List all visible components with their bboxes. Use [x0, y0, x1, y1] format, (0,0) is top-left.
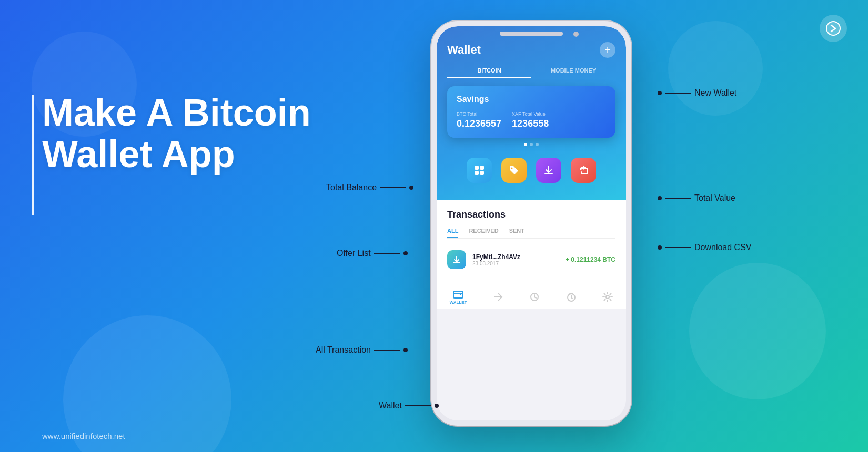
tx-tab-all[interactable]: ALL	[447, 228, 458, 238]
phone-mockup: Wallet + BITCOIN MOBILE MONEY Savings BT…	[431, 21, 631, 426]
svg-point-11	[606, 295, 609, 299]
annotation-dot-total-balance	[409, 186, 413, 190]
bg-decoration-circle-4	[668, 21, 763, 116]
annotation-dot-total-value	[658, 196, 662, 200]
annotation-label-all-transaction: All Transaction	[316, 345, 371, 355]
phone-header: Wallet +	[447, 42, 615, 58]
annotation-label-wallet-bottom: Wallet	[379, 401, 402, 410]
svg-rect-8	[453, 291, 463, 298]
tx-tab-received[interactable]: RECEIVED	[469, 228, 498, 238]
nav-history[interactable]	[529, 292, 540, 302]
nav-settings[interactable]	[602, 292, 613, 302]
main-heading: Make A Bitcoin Wallet App	[42, 92, 311, 175]
svg-rect-2	[480, 166, 484, 170]
transaction-date: 23.03.2017	[472, 261, 559, 266]
xaf-value: 1236558	[512, 118, 549, 129]
transaction-icon	[447, 250, 466, 269]
btc-balance: BTC Total 0.1236557	[457, 111, 501, 129]
annotation-dot-new-wallet	[658, 91, 662, 95]
download-button[interactable]	[536, 158, 561, 183]
tag-button[interactable]	[501, 158, 527, 183]
annotation-line-download-csv	[665, 247, 691, 248]
svg-rect-7	[453, 262, 460, 263]
annotation-download-csv: Download CSV	[658, 243, 752, 252]
svg-rect-6	[544, 173, 553, 174]
offer-list-button[interactable]	[467, 158, 492, 183]
logo	[820, 15, 847, 42]
svg-point-0	[826, 22, 840, 35]
carousel-dot-3	[536, 143, 539, 146]
wallet-tabs: BITCOIN MOBILE MONEY	[447, 64, 615, 78]
action-icons-row	[447, 152, 615, 191]
annotation-total-balance: Total Balance	[326, 183, 413, 192]
xaf-label: XAF Total Value	[512, 111, 549, 117]
btc-value: 0.1236557	[457, 118, 501, 129]
annotation-label-download-csv: Download CSV	[694, 243, 752, 252]
phone-screen: Wallet + BITCOIN MOBILE MONEY Savings BT…	[437, 26, 626, 420]
tx-tab-sent[interactable]: SENT	[509, 228, 524, 238]
nav-wallet[interactable]: WALLET	[450, 289, 467, 305]
annotation-line-new-wallet	[665, 93, 691, 94]
nav-wallet-label: WALLET	[450, 300, 467, 305]
svg-rect-4	[480, 171, 484, 175]
svg-point-5	[511, 168, 513, 169]
annotation-label-total-value: Total Value	[694, 193, 735, 203]
annotation-dot-offer-list	[403, 251, 408, 255]
transaction-row: 1FyMtI...Zh4AVz 23.03.2017 + 0.1211234 B…	[447, 246, 615, 273]
savings-balances: BTC Total 0.1236557 XAF Total Value 1236…	[457, 111, 606, 129]
carousel-dot-1	[524, 143, 527, 146]
svg-rect-3	[475, 171, 479, 175]
svg-rect-1	[475, 166, 479, 170]
annotation-line-wallet-bottom	[405, 405, 431, 406]
carousel-dots	[447, 143, 615, 146]
transaction-tabs: ALL RECEIVED SENT	[447, 228, 615, 239]
annotation-line-total-value	[665, 198, 691, 199]
annotation-line-all-transaction	[374, 350, 400, 351]
bg-decoration-circle-3	[689, 263, 826, 399]
annotation-dot-all-transaction	[403, 348, 408, 352]
annotation-label-new-wallet: New Wallet	[694, 88, 736, 98]
annotation-line-total-balance	[380, 187, 406, 188]
share-button[interactable]	[571, 158, 596, 183]
annotation-total-value: Total Value	[658, 193, 735, 203]
phone-wallet-title: Wallet	[447, 43, 481, 57]
left-accent-bar	[32, 95, 34, 215]
savings-card: Savings BTC Total 0.1236557 XAF Total Va…	[447, 86, 615, 138]
annotation-all-transaction: All Transaction	[316, 345, 408, 355]
transaction-info: 1FyMtI...Zh4AVz 23.03.2017	[472, 253, 559, 266]
tab-bitcoin[interactable]: BITCOIN	[447, 64, 531, 78]
carousel-dot-2	[530, 143, 533, 146]
add-wallet-button[interactable]: +	[600, 42, 615, 58]
annotation-dot-wallet-bottom	[435, 404, 439, 408]
xaf-balance: XAF Total Value 1236558	[512, 111, 549, 129]
footer-url: www.unifiedinfotech.net	[42, 432, 125, 440]
annotation-dot-download-csv	[658, 245, 662, 250]
heading-line2: Wallet App	[42, 133, 235, 175]
nav-send[interactable]	[493, 292, 503, 302]
tab-mobile-money[interactable]: MOBILE MONEY	[531, 64, 615, 78]
heading-line1: Make A Bitcoin	[42, 91, 311, 133]
phone-frame: Wallet + BITCOIN MOBILE MONEY Savings BT…	[431, 21, 631, 426]
phone-bottom-nav: WALLET	[437, 283, 626, 309]
transaction-amount: + 0.1211234 BTC	[566, 256, 615, 263]
annotation-wallet-bottom: Wallet	[379, 401, 439, 410]
phone-notch	[500, 32, 563, 36]
annotation-label-total-balance: Total Balance	[326, 183, 377, 192]
transaction-address: 1FyMtI...Zh4AVz	[472, 253, 559, 261]
phone-top-section: Wallet + BITCOIN MOBILE MONEY Savings BT…	[437, 26, 626, 200]
phone-bottom-section: Transactions ALL RECEIVED SENT	[437, 200, 626, 283]
btc-label: BTC Total	[457, 111, 501, 117]
nav-timer[interactable]	[566, 292, 577, 302]
phone-camera	[573, 32, 579, 37]
savings-title: Savings	[457, 95, 606, 104]
transactions-title: Transactions	[447, 209, 615, 220]
annotation-new-wallet: New Wallet	[658, 88, 736, 98]
annotation-label-offer-list: Offer List	[337, 249, 371, 258]
annotation-offer-list: Offer List	[337, 249, 408, 258]
annotation-line-offer-list	[374, 253, 400, 254]
